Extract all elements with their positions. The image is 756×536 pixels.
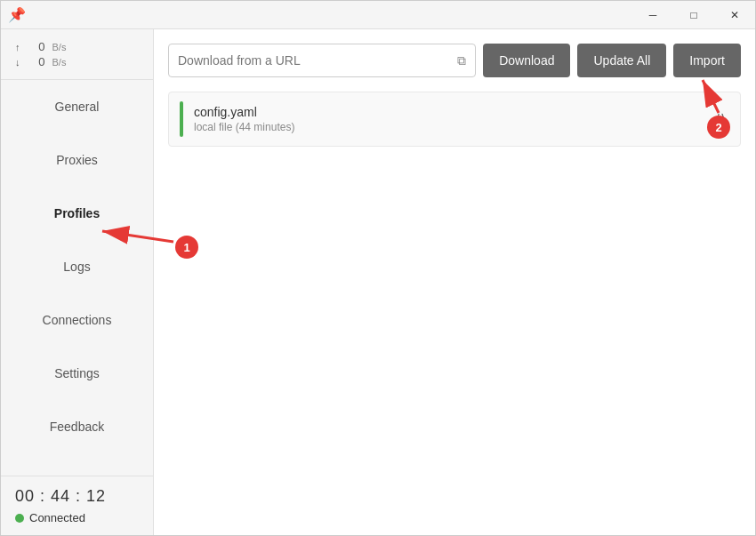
- sidebar-item-proxies[interactable]: Proxies: [6, 135, 148, 185]
- sidebar-bottom: 00 : 44 : 12 Connected: [1, 476, 153, 535]
- profile-list: config.yaml local file (44 minutes) ⟨⟩: [168, 92, 741, 147]
- titlebar: 📌 ─ □ ✕: [1, 1, 755, 29]
- url-input[interactable]: [178, 53, 457, 68]
- down-arrow-icon: ↓: [15, 57, 20, 68]
- connection-status-label: Connected: [29, 511, 85, 524]
- profile-item[interactable]: config.yaml local file (44 minutes) ⟨⟩: [168, 92, 741, 147]
- url-input-wrapper: ⧉: [168, 44, 476, 77]
- app-body: ↑ 0 B/s ↓ 0 B/s General Proxies P: [1, 29, 755, 535]
- update-all-button[interactable]: Update All: [577, 44, 666, 77]
- up-arrow-icon: ↑: [15, 42, 20, 52]
- sidebar-item-connections[interactable]: Connections: [6, 295, 148, 345]
- sidebar-item-logs[interactable]: Logs: [6, 242, 148, 292]
- profile-name: config.yaml: [194, 105, 712, 119]
- network-stats: ↑ 0 B/s ↓ 0 B/s: [1, 29, 153, 80]
- sidebar-nav: General Proxies Profiles Logs Connection…: [1, 80, 153, 476]
- profile-meta: local file (44 minutes): [194, 121, 712, 133]
- close-button[interactable]: ✕: [714, 1, 755, 29]
- copy-icon[interactable]: ⧉: [457, 53, 466, 68]
- status-dot-icon: [15, 514, 24, 523]
- profile-actions: ⟨⟩: [712, 108, 729, 132]
- app-window: 📌 ─ □ ✕ ↑ 0 B/s ↓ 0 B/s General: [0, 0, 756, 536]
- download-stat: ↓ 0 B/s: [15, 55, 139, 68]
- sidebar: ↑ 0 B/s ↓ 0 B/s General Proxies P: [1, 29, 154, 535]
- active-indicator: [180, 101, 183, 137]
- sidebar-item-profiles[interactable]: Profiles: [6, 188, 148, 238]
- minimize-button[interactable]: ─: [632, 1, 673, 29]
- upload-unit: B/s: [52, 42, 67, 52]
- sidebar-item-settings[interactable]: Settings: [6, 348, 148, 398]
- pin-icon[interactable]: 📌: [8, 1, 26, 29]
- main-content: ⧉ Download Update All Import config.yaml…: [154, 29, 755, 535]
- session-timer: 00 : 44 : 12: [15, 487, 139, 506]
- upload-stat: ↑ 0 B/s: [15, 40, 139, 53]
- import-button[interactable]: Import: [673, 44, 741, 77]
- connection-status: Connected: [15, 511, 139, 524]
- sidebar-item-general[interactable]: General: [6, 82, 148, 132]
- code-icon[interactable]: ⟨⟩: [712, 108, 729, 132]
- toolbar: ⧉ Download Update All Import: [168, 44, 741, 77]
- download-value: 0: [28, 55, 45, 68]
- sidebar-item-feedback[interactable]: Feedback: [6, 402, 148, 452]
- download-unit: B/s: [52, 57, 67, 68]
- profile-info: config.yaml local file (44 minutes): [194, 105, 712, 133]
- download-button[interactable]: Download: [483, 44, 570, 77]
- maximize-button[interactable]: □: [673, 1, 714, 29]
- upload-value: 0: [28, 40, 45, 53]
